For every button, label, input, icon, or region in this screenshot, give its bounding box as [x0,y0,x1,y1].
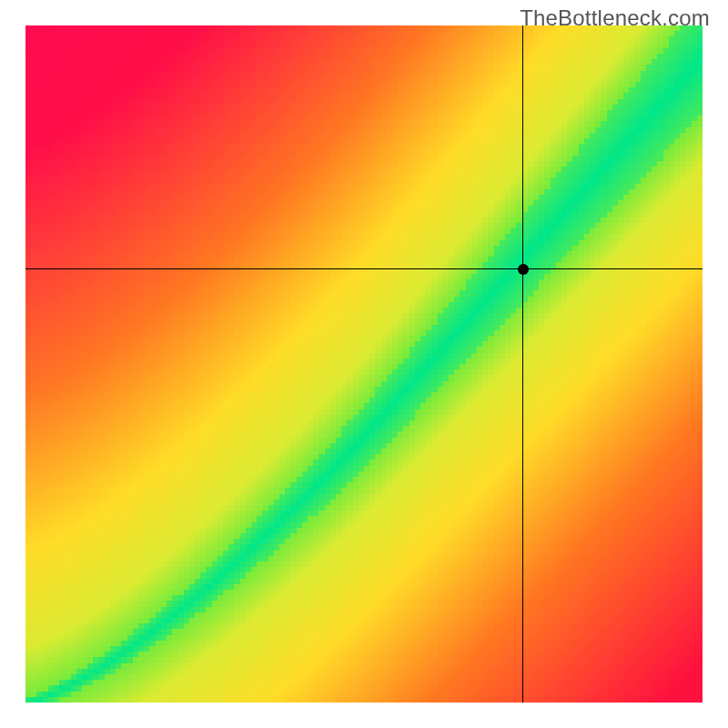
crosshair-marker [518,264,529,275]
crosshair-horizontal [25,268,703,269]
watermark-text: TheBottleneck.com [520,5,710,31]
crosshair-vertical [522,25,523,703]
heatmap-canvas [25,25,703,703]
